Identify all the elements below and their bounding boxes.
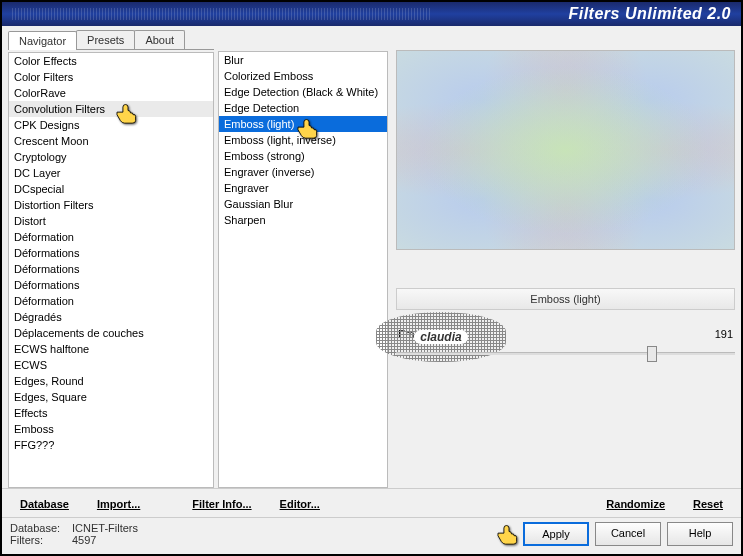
reset-button[interactable]: Reset — [683, 495, 733, 513]
category-item[interactable]: Crescent Moon — [9, 133, 213, 149]
category-item[interactable]: Effects — [9, 405, 213, 421]
preview-area — [396, 50, 735, 250]
category-item[interactable]: CPK Designs — [9, 117, 213, 133]
category-item[interactable]: Distort — [9, 213, 213, 229]
category-item[interactable]: Distortion Filters — [9, 197, 213, 213]
category-item[interactable]: DCspecial — [9, 181, 213, 197]
category-item[interactable]: Convolution Filters — [9, 101, 213, 117]
category-item[interactable]: DC Layer — [9, 165, 213, 181]
dialog-buttons: Apply Cancel Help — [523, 522, 733, 546]
database-button[interactable]: Database — [10, 495, 79, 513]
preview-image — [397, 51, 734, 249]
footer: Database:ICNET-Filters Filters:4597 Appl… — [2, 517, 741, 554]
filter-item[interactable]: Blur — [219, 52, 387, 68]
tab-strip: NavigatorPresetsAbout — [8, 30, 214, 50]
category-item[interactable]: Dégradés — [9, 309, 213, 325]
current-filter-label: Emboss (light) — [396, 288, 735, 310]
filter-item[interactable]: Emboss (light) — [219, 116, 387, 132]
filter-item[interactable]: Engraver (inverse) — [219, 164, 387, 180]
filter-item[interactable]: Emboss (light, inverse) — [219, 132, 387, 148]
filter-item[interactable]: Emboss (strong) — [219, 148, 387, 164]
status-filters-value: 4597 — [72, 534, 96, 546]
category-item[interactable]: Déformation — [9, 293, 213, 309]
filter-info-button[interactable]: Filter Info... — [182, 495, 261, 513]
category-item[interactable]: Color Effects — [9, 53, 213, 69]
preview-panel: claudia Emboss (light) Emboss 191 — [396, 30, 735, 488]
filter-item[interactable]: Edge Detection (Black & White) — [219, 84, 387, 100]
filter-panel: BlurColorized EmbossEdge Detection (Blac… — [218, 30, 388, 488]
category-item[interactable]: Edges, Square — [9, 389, 213, 405]
category-item[interactable]: ColorRave — [9, 85, 213, 101]
toolbar: Database Import... Filter Info... Editor… — [2, 488, 741, 517]
randomize-button[interactable]: Randomize — [596, 495, 675, 513]
filter-item[interactable]: Sharpen — [219, 212, 387, 228]
help-button[interactable]: Help — [667, 522, 733, 546]
left-panel: NavigatorPresetsAbout Color EffectsColor… — [8, 30, 214, 488]
category-item[interactable]: Emboss — [9, 421, 213, 437]
status-db-value: ICNET-Filters — [72, 522, 138, 534]
status-area: Database:ICNET-Filters Filters:4597 — [10, 522, 138, 546]
slider-thumb[interactable] — [647, 346, 657, 362]
category-item[interactable]: ECWS — [9, 357, 213, 373]
filter-item[interactable]: Colorized Emboss — [219, 68, 387, 84]
tab-about[interactable]: About — [134, 30, 185, 49]
cancel-button[interactable]: Cancel — [595, 522, 661, 546]
param-value: 191 — [715, 328, 733, 340]
filter-item[interactable]: Engraver — [219, 180, 387, 196]
apply-button[interactable]: Apply — [523, 522, 589, 546]
tab-navigator[interactable]: Navigator — [8, 31, 77, 50]
category-item[interactable]: ECWS halftone — [9, 341, 213, 357]
filter-item[interactable]: Gaussian Blur — [219, 196, 387, 212]
category-list[interactable]: Color EffectsColor FiltersColorRaveConvo… — [8, 52, 214, 488]
hand-cursor-icon — [495, 523, 523, 545]
tab-presets[interactable]: Presets — [76, 30, 135, 49]
category-item[interactable]: FFG??? — [9, 437, 213, 453]
import-button[interactable]: Import... — [87, 495, 150, 513]
editor-button[interactable]: Editor... — [270, 495, 330, 513]
category-item[interactable]: Edges, Round — [9, 373, 213, 389]
category-item[interactable]: Cryptology — [9, 149, 213, 165]
filter-list[interactable]: BlurColorized EmbossEdge Detection (Blac… — [218, 51, 388, 488]
category-item[interactable]: Déformations — [9, 277, 213, 293]
category-item[interactable]: Color Filters — [9, 69, 213, 85]
category-item[interactable]: Déformations — [9, 245, 213, 261]
category-item[interactable]: Déplacements de couches — [9, 325, 213, 341]
param-slider[interactable] — [396, 344, 735, 362]
category-item[interactable]: Déformations — [9, 261, 213, 277]
title-bar: Filters Unlimited 2.0 — [2, 2, 741, 26]
filter-item[interactable]: Edge Detection — [219, 100, 387, 116]
app-title: Filters Unlimited 2.0 — [568, 5, 731, 23]
category-item[interactable]: Déformation — [9, 229, 213, 245]
